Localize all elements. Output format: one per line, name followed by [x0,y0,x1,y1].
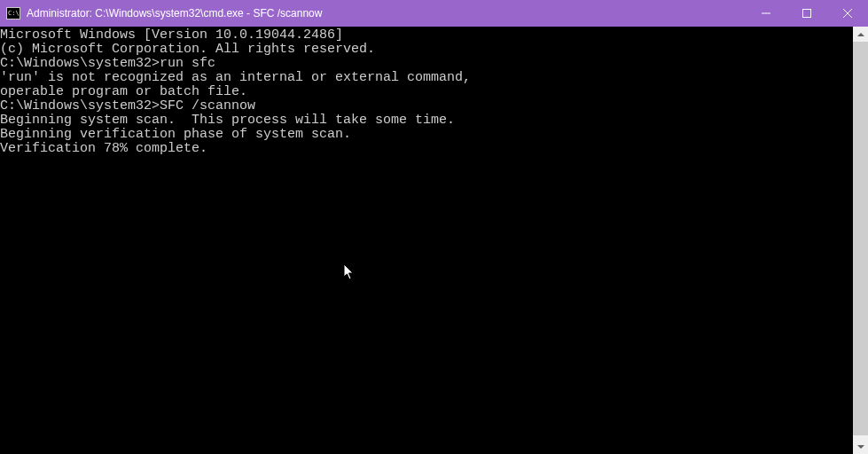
terminal-line: Beginning verification phase of system s… [0,128,853,142]
scroll-thumb[interactable] [853,42,868,435]
minimize-button[interactable] [746,0,786,27]
terminal-output[interactable]: Microsoft Windows [Version 10.0.19044.24… [0,27,853,454]
scroll-down-button[interactable] [853,439,868,454]
scroll-track[interactable] [853,42,868,439]
chevron-up-icon [857,33,864,36]
terminal-line: C:\Windows\system32>run sfc [0,57,853,71]
terminal-area: Microsoft Windows [Version 10.0.19044.24… [0,27,868,454]
svg-rect-1 [803,10,811,18]
terminal-line: C:\Windows\system32>SFC /scannow [0,99,853,114]
svg-marker-5 [857,445,864,449]
cmd-app-icon [0,0,27,27]
vertical-scrollbar[interactable] [853,27,868,454]
terminal-line: operable program or batch file. [0,85,853,99]
window-title: Administrator: C:\Windows\system32\cmd.e… [27,7,746,20]
terminal-line: Beginning system scan. This process will… [0,114,853,128]
terminal-line: Verification 78% complete. [0,142,853,156]
window-titlebar[interactable]: Administrator: C:\Windows\system32\cmd.e… [0,0,868,27]
chevron-down-icon [857,445,864,449]
terminal-line: 'run' is not recognized as an internal o… [0,71,853,85]
window-controls [746,0,868,27]
maximize-button[interactable] [786,0,827,27]
scroll-up-button[interactable] [853,27,868,42]
terminal-line: Microsoft Windows [Version 10.0.19044.24… [0,28,853,43]
close-button[interactable] [827,0,868,27]
terminal-line: (c) Microsoft Corporation. All rights re… [0,43,853,57]
svg-marker-4 [857,33,864,36]
